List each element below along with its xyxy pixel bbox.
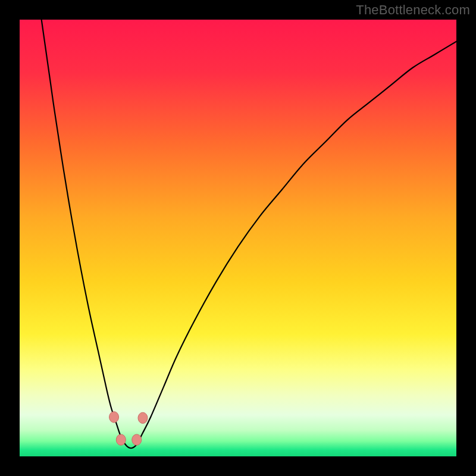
curve-marker-1 [116,434,126,445]
watermark-text: TheBottleneck.com [356,2,470,18]
curve-marker-0 [109,412,119,422]
curve-marker-3 [138,412,148,423]
plot-svg [20,20,456,456]
plot-area [20,20,456,456]
chart-frame: TheBottleneck.com [0,0,476,476]
curve-marker-2 [132,434,142,445]
